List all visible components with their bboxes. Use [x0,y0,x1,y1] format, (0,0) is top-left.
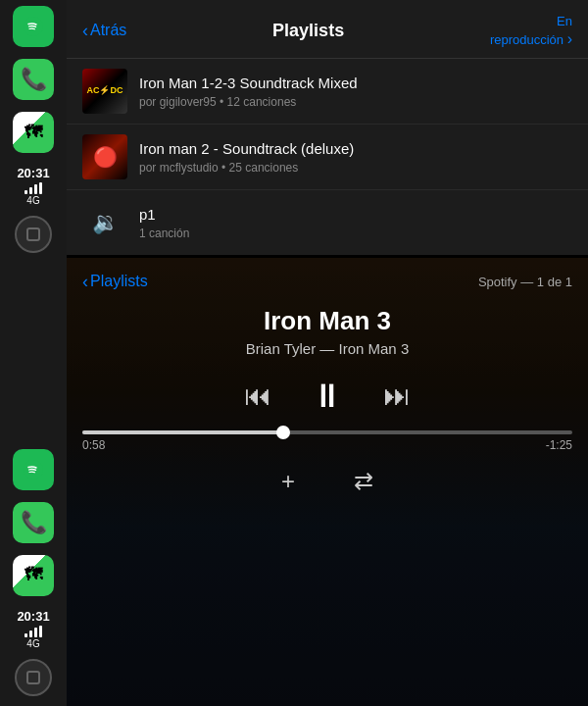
progress-section: 0:58 -1:25 [67,423,588,460]
playlist-name-2: Iron man 2 - Soundtrack (deluxe) [139,139,572,159]
network-label-bottom: 4G [26,638,39,649]
main-content: ‹ Atrás Playlists Enreproducción › AC⚡DC… [67,0,588,706]
list-item[interactable]: 🔴 Iron man 2 - Soundtrack (deluxe) por m… [67,125,588,190]
home-button-top[interactable] [15,216,52,253]
playlist-info-1: Iron Man 1-2-3 Soundtrack Mixed por gigi… [139,74,572,109]
thumb-ironman2-image: 🔴 [82,134,127,179]
signal-bar-2 [29,187,32,194]
playlist-meta-1: por gigilover95 • 12 canciones [139,95,572,109]
now-playing-button[interactable]: Enreproducción › [490,14,572,48]
pause-button[interactable]: ⏸ [311,377,344,415]
signal-bars-top [24,182,42,194]
progress-remaining-time: -1:25 [546,438,572,452]
fast-forward-button[interactable]: ⏭ [383,379,411,412]
signal-bar-1 [24,190,27,194]
shuffle-button[interactable]: ⇄ [354,468,373,495]
playlist-meta-2: por mcflystudio • 25 canciones [139,161,572,175]
playlist-info-3: p1 1 canción [139,205,572,240]
home-button-inner-bottom [26,671,40,684]
playlist-info-2: Iron man 2 - Soundtrack (deluxe) por mcf… [139,139,572,175]
network-label-top: 4G [26,195,39,206]
phone-icon-glyph-bottom: 📞 [21,510,47,535]
sidebar-time-bottom: 20:31 [17,610,49,624]
playlist-meta-3: 1 canción [139,227,572,240]
phone-icon-glyph: 📞 [21,67,47,92]
spotify-app-icon-bottom[interactable] [13,449,54,490]
progress-thumb [276,426,290,439]
maps-icon-glyph-bottom: 🗺 [24,565,42,585]
sidebar-time-top: 20:31 [17,167,49,180]
playlist-list: AC⚡DC Iron Man 1-2-3 Soundtrack Mixed po… [67,59,588,255]
signal-bars-bottom [24,626,42,637]
rewind-icon: ⏮ [244,379,271,412]
playlist-name-1: Iron Man 1-2-3 Soundtrack Mixed [139,74,572,93]
maps-app-icon-bottom[interactable]: 🗺 [13,555,54,596]
maps-icon-glyph: 🗺 [24,123,42,143]
playlists-back-button[interactable]: ‹ Playlists [82,272,148,292]
progress-bar-fill [82,430,283,434]
thumb-acdc-image: AC⚡DC [82,69,127,114]
list-item[interactable]: 🔉 p1 1 canción [67,190,588,255]
back-label: Atrás [90,22,126,39]
now-playing-content: ‹ Playlists Spotify — 1 de 1 Iron Man 3 … [67,258,588,706]
progress-bar-container[interactable] [82,430,572,434]
signal-bar-4 [39,182,42,194]
list-item[interactable]: AC⚡DC Iron Man 1-2-3 Soundtrack Mixed po… [67,59,588,125]
spotify-app-icon[interactable] [13,6,54,47]
now-playing-header: ‹ Playlists Spotify — 1 de 1 [67,258,588,298]
signal-bar-b4 [39,626,42,637]
bottom-actions: + ⇄ [67,460,588,507]
sidebar-bottom-section: 📞 🗺 20:31 4G [0,443,67,706]
progress-times: 0:58 -1:25 [82,438,572,452]
home-button-inner [26,227,40,241]
playlists-back-chevron-icon: ‹ [82,272,88,292]
signal-bar-b3 [34,628,37,637]
now-playing-chevron-icon: › [567,30,572,47]
track-info: Iron Man 3 Brian Tyler — Iron Man 3 [67,298,588,361]
sidebar-signal-top: 4G [24,182,42,206]
home-button-bottom[interactable] [15,659,52,696]
playlists-back-label: Playlists [90,273,148,290]
sidebar: 📞 🗺 20:31 4G [0,0,67,706]
back-chevron-icon: ‹ [82,21,88,41]
add-icon: + [281,468,295,494]
playlist-thumb-1: AC⚡DC [82,69,127,114]
spotify-source-info: Spotify — 1 de 1 [478,275,572,289]
sidebar-top-section: 📞 🗺 20:31 4G [0,0,67,263]
progress-current-time: 0:58 [82,438,105,452]
panel-title: Playlists [272,21,344,41]
track-title: Iron Man 3 [82,306,572,336]
fast-forward-icon: ⏭ [383,379,411,412]
playlist-thumb-2: 🔴 [82,134,127,179]
add-button[interactable]: + [281,468,295,495]
phone-app-icon[interactable]: 📞 [13,59,54,100]
signal-bar-b2 [29,630,32,637]
phone-app-icon-bottom[interactable]: 📞 [13,502,54,543]
sound-icon: 🔉 [92,210,119,235]
rewind-button[interactable]: ⏮ [244,379,271,412]
playback-controls: ⏮ ⏸ ⏭ [67,361,588,423]
playlists-header: ‹ Atrás Playlists Enreproducción › [67,0,588,59]
pause-icon: ⏸ [311,377,344,415]
now-playing-panel: ‹ Playlists Spotify — 1 de 1 Iron Man 3 … [67,258,588,706]
now-playing-label: Enreproducción [490,14,572,47]
track-subtitle: Brian Tyler — Iron Man 3 [82,340,572,357]
playlist-name-3: p1 [139,205,572,225]
shuffle-icon: ⇄ [354,468,373,494]
signal-bar-3 [34,184,37,194]
back-button[interactable]: ‹ Atrás [82,21,126,41]
sidebar-signal-bottom: 4G [24,626,42,649]
signal-bar-b1 [24,633,27,637]
playlists-panel: ‹ Atrás Playlists Enreproducción › AC⚡DC… [67,0,588,255]
maps-app-icon[interactable]: 🗺 [13,112,54,153]
now-playing-indicator: 🔉 [82,200,127,245]
